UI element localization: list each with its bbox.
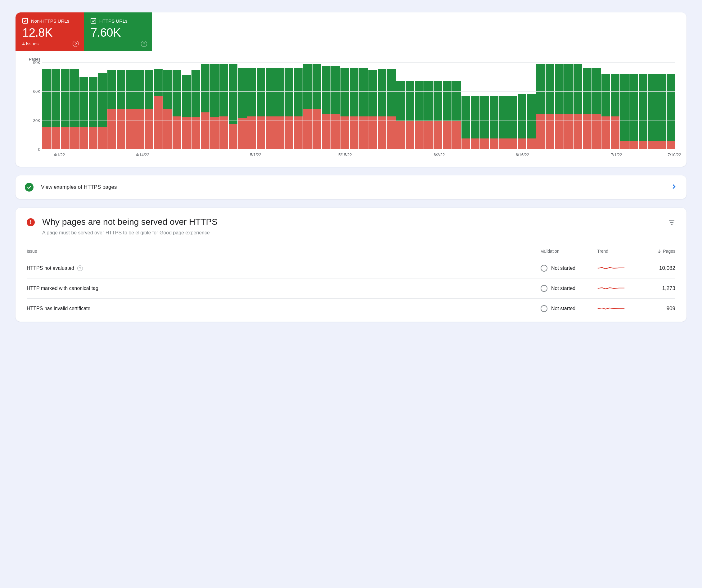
chart-bar[interactable] [405,81,414,149]
checkbox-icon[interactable] [91,18,96,24]
chart-bar[interactable] [601,74,610,149]
chart-bar[interactable] [257,68,265,149]
bar-segment-https [396,81,405,121]
chart-bar[interactable] [331,66,340,149]
chart-bar[interactable] [145,70,153,149]
chart-bar[interactable] [443,81,452,149]
bar-segment-nonhttps [219,116,228,149]
chart-bar[interactable] [219,64,228,149]
chart-bar[interactable] [555,64,564,149]
bar-segment-nonhttps [601,116,610,149]
chart-bar[interactable] [667,74,675,149]
trend-sparkline [597,305,634,312]
chart-bar[interactable] [322,66,331,149]
chart-area: Pages 030K60K90K [27,63,675,149]
chart-bar[interactable] [471,96,479,149]
chart-bar[interactable] [396,81,405,149]
chart-bar[interactable] [546,64,554,149]
summary-tile-https[interactable]: HTTPS URLs 7.60K ? [84,12,152,51]
chart-bar[interactable] [368,70,377,149]
chart-bar[interactable] [89,77,98,149]
chart-bar[interactable] [172,70,181,149]
issues-header: ! Why pages are not being served over HT… [27,217,675,235]
chart-bar[interactable] [182,75,191,149]
chart-bar[interactable] [210,64,219,149]
chart-bar[interactable] [583,68,591,149]
chart-bar[interactable] [117,70,125,149]
bar-segment-https [182,75,191,117]
chart-bar[interactable] [378,69,386,149]
chart-bar[interactable] [192,70,200,149]
chart-bar[interactable] [247,68,256,149]
chart-bar[interactable] [480,96,489,149]
chart-bar[interactable] [350,68,358,149]
chart-bar[interactable] [452,81,461,149]
help-icon[interactable]: ? [141,41,147,47]
chart-bar[interactable] [61,69,70,149]
chart-bar[interactable] [434,81,442,149]
chart-bar[interactable] [499,96,508,149]
bar-segment-https [359,68,368,116]
chart-bar[interactable] [201,64,210,149]
chart-bar[interactable] [163,70,172,149]
help-icon[interactable]: ? [77,266,83,271]
chart-bar[interactable] [620,74,629,149]
chart-bar[interactable] [98,73,107,149]
bar-segment-nonhttps [98,127,107,149]
chart-bar[interactable] [527,94,536,149]
chart-bar[interactable] [80,77,88,149]
chart-bar[interactable] [51,69,60,149]
chart-bar[interactable] [564,64,573,149]
chart-bar[interactable] [415,81,424,149]
chart-bar[interactable] [229,64,237,149]
chart-bar[interactable] [340,68,349,149]
chart-bar[interactable] [648,74,657,149]
bar-segment-nonhttps [378,116,386,149]
chart-bar[interactable] [154,69,162,149]
chart-bar[interactable] [490,96,498,149]
chart-bar[interactable] [313,64,321,149]
help-icon[interactable]: ? [73,41,79,47]
bar-segment-nonhttps [51,127,60,149]
chart-bar[interactable] [611,74,619,149]
validation-cell: !Not started [541,285,593,292]
summary-tile-nonhttps[interactable]: Non-HTTPS URLs 12.8K 4 Issues ? [15,12,84,51]
table-row[interactable]: HTTPS has invalid certificate!Not starte… [27,299,675,318]
table-row[interactable]: HTTPS not evaluated?!Not started10,082 [27,258,675,279]
chart-bar[interactable] [266,68,275,149]
chart-bar[interactable] [275,68,284,149]
filter-button[interactable] [668,219,675,227]
chart-bar[interactable] [387,69,396,149]
chart-bar[interactable] [294,68,303,149]
validation-text: Not started [551,286,575,291]
chart-plot[interactable] [42,63,675,149]
table-row[interactable]: HTTP marked with canonical tag!Not start… [27,279,675,299]
chart-bar[interactable] [639,74,648,149]
chart-bar[interactable] [508,96,517,149]
issue-name: HTTP marked with canonical tag [27,286,537,291]
chart-bar[interactable] [107,70,116,149]
chart-bar[interactable] [284,68,293,149]
chart-bar[interactable] [70,69,79,149]
chart-bar[interactable] [135,70,144,149]
view-examples-link[interactable]: View examples of HTTPS pages [15,175,687,199]
chart-bar[interactable] [629,74,638,149]
chart-bar[interactable] [424,81,433,149]
checkbox-icon[interactable] [22,18,28,24]
chart-bar[interactable] [574,64,582,149]
bar-segment-https [490,96,498,138]
chart-bar[interactable] [126,70,135,149]
chart-bar[interactable] [359,68,368,149]
chart-card: Non-HTTPS URLs 12.8K 4 Issues ? HTTPS UR… [15,12,687,167]
col-pages[interactable]: Pages [638,249,675,254]
chart-bar[interactable] [657,74,666,149]
chart-bar[interactable] [42,69,51,149]
chart-bar[interactable] [303,64,312,149]
chart-bar[interactable] [592,68,601,149]
chart-bar[interactable] [238,68,247,149]
chart-bar[interactable] [536,64,545,149]
bar-segment-nonhttps [592,114,601,149]
chart-bar[interactable] [518,94,526,149]
chart-bar[interactable] [462,96,470,149]
x-axis: 4/1/224/14/225/1/225/15/226/2/226/16/227… [42,153,675,158]
